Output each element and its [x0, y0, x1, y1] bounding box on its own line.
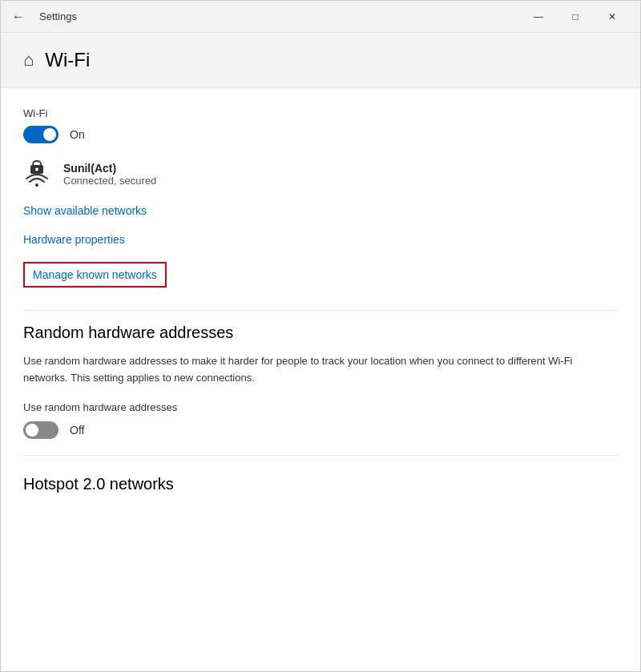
- section-divider: [23, 310, 618, 311]
- back-icon: ←: [12, 10, 25, 24]
- random-hardware-toggle[interactable]: [23, 421, 58, 439]
- svg-point-2: [35, 168, 38, 171]
- minimize-button[interactable]: —: [520, 4, 557, 30]
- titlebar: ← Settings — □ ✕: [1, 1, 640, 33]
- wifi-lock-svg: [23, 159, 52, 188]
- maximize-icon: □: [572, 11, 578, 22]
- page-title: Wi-Fi: [45, 49, 90, 71]
- wifi-toggle-label: On: [70, 128, 85, 141]
- page-header: ⌂ Wi-Fi: [1, 33, 640, 88]
- home-icon: ⌂: [23, 50, 34, 70]
- svg-point-3: [35, 183, 38, 187]
- manage-known-networks-link[interactable]: Manage known networks: [23, 262, 167, 288]
- titlebar-controls: — □ ✕: [520, 4, 631, 30]
- random-hardware-description: Use random hardware addresses to make it…: [23, 353, 618, 387]
- network-name: Sunil(Act): [63, 162, 156, 175]
- titlebar-left: ← Settings: [7, 6, 77, 28]
- random-hardware-title: Random hardware addresses: [23, 324, 618, 342]
- show-networks-link[interactable]: Show available networks: [23, 204, 618, 217]
- connected-network-row: Sunil(Act) Connected, secured: [23, 159, 618, 188]
- titlebar-title: Settings: [39, 10, 77, 22]
- random-hardware-toggle-track: [23, 421, 58, 439]
- random-hardware-state-label: Off: [70, 424, 84, 437]
- maximize-button[interactable]: □: [557, 4, 594, 30]
- random-hardware-toggle-label: Use random hardware addresses: [23, 401, 618, 413]
- close-button[interactable]: ✕: [594, 4, 631, 30]
- network-status: Connected, secured: [63, 175, 156, 187]
- wifi-label: Wi-Fi: [23, 107, 618, 119]
- close-icon: ✕: [608, 11, 616, 22]
- minimize-icon: —: [534, 11, 543, 22]
- network-wifi-icon: [23, 159, 52, 188]
- main-content: ⌂ Wi-Fi Wi-Fi On: [1, 33, 640, 671]
- wifi-toggle-row: On: [23, 126, 618, 143]
- wifi-toggle-track: [23, 126, 58, 143]
- network-info: Sunil(Act) Connected, secured: [63, 162, 156, 187]
- random-hardware-toggle-row: Off: [23, 421, 618, 439]
- wifi-toggle[interactable]: [23, 126, 58, 143]
- back-button[interactable]: ←: [7, 6, 30, 28]
- settings-window: ← Settings — □ ✕ ⌂ Wi-Fi Wi-Fi: [0, 0, 641, 672]
- hotspot-title: Hotspot 2.0 networks: [23, 475, 618, 493]
- hardware-properties-link[interactable]: Hardware properties: [23, 233, 618, 246]
- random-hardware-toggle-thumb: [26, 424, 38, 437]
- wifi-toggle-thumb: [43, 128, 56, 141]
